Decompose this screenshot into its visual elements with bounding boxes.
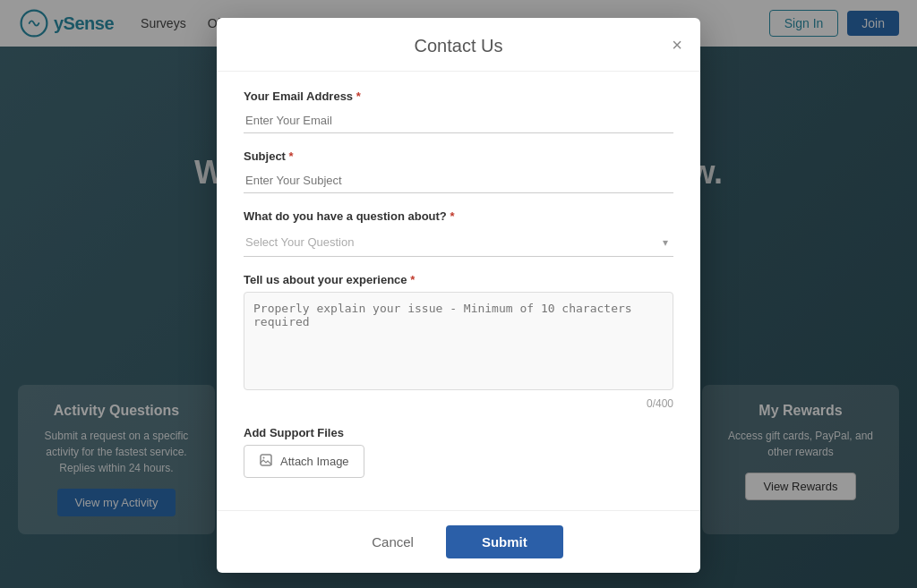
svg-point-2 bbox=[263, 457, 265, 459]
modal-title: Contact Us bbox=[415, 36, 503, 56]
svg-rect-1 bbox=[261, 455, 271, 465]
attach-image-button[interactable]: Attach Image bbox=[244, 445, 364, 478]
email-label: Your Email Address * bbox=[244, 89, 673, 103]
support-files-label: Add Support Files bbox=[244, 426, 673, 439]
modal-body: Your Email Address * Subject * What do y… bbox=[217, 72, 700, 510]
question-group: What do you have a question about? * Sel… bbox=[244, 209, 673, 257]
subject-group: Subject * bbox=[244, 149, 673, 193]
submit-button[interactable]: Submit bbox=[446, 525, 563, 558]
modal-footer: Cancel Submit bbox=[217, 510, 700, 573]
attach-label: Attach Image bbox=[280, 455, 349, 468]
subject-label: Subject * bbox=[244, 149, 673, 163]
question-label: What do you have a question about? * bbox=[244, 209, 673, 223]
question-select-wrapper: Select Your Question bbox=[244, 228, 673, 257]
support-files-group: Add Support Files Attach Image bbox=[244, 426, 673, 478]
char-count: 0/400 bbox=[244, 397, 673, 410]
question-select[interactable]: Select Your Question bbox=[244, 228, 673, 257]
email-input[interactable] bbox=[244, 108, 673, 133]
experience-textarea[interactable] bbox=[244, 292, 673, 390]
experience-label: Tell us about your experience * bbox=[244, 273, 673, 286]
attach-icon bbox=[259, 453, 273, 470]
contact-us-modal: Contact Us × Your Email Address * Subjec… bbox=[217, 18, 700, 573]
experience-group: Tell us about your experience * 0/400 bbox=[244, 273, 673, 410]
modal-header: Contact Us × bbox=[217, 18, 700, 72]
subject-input[interactable] bbox=[244, 168, 673, 193]
modal-close-button[interactable]: × bbox=[672, 36, 682, 54]
cancel-button[interactable]: Cancel bbox=[354, 525, 432, 558]
email-group: Your Email Address * bbox=[244, 89, 673, 133]
